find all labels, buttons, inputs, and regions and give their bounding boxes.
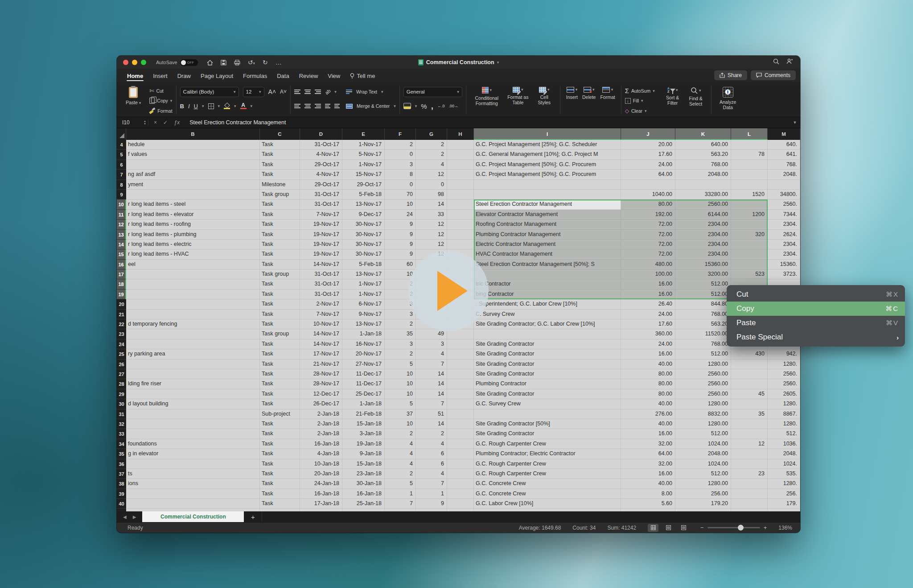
cell-I27[interactable]: Site Grading Contractor — [474, 369, 621, 379]
column-header-J[interactable]: J — [621, 128, 675, 140]
cell-L26[interactable] — [731, 359, 768, 369]
cell-D30[interactable]: 26-Dec-17 — [300, 399, 342, 409]
cell-E4[interactable]: 1-Nov-17 — [342, 140, 385, 150]
cell-M34[interactable]: 1036. — [768, 439, 800, 449]
cell-H8[interactable] — [447, 180, 474, 190]
cell-D8[interactable]: 29-Oct-17 — [300, 180, 342, 190]
cell-I11[interactable]: Elevator Contractor Management — [474, 210, 621, 220]
row-header-38[interactable]: 38 — [117, 479, 126, 489]
number-format-select[interactable]: General▾ — [403, 87, 462, 97]
cell-E33[interactable]: 3-Jan-18 — [342, 429, 385, 439]
format-cells-button[interactable]: ▾ Format — [598, 86, 617, 101]
cell-C5[interactable]: Task — [260, 150, 300, 159]
cell-F27[interactable]: 10 — [385, 369, 416, 379]
cell-J23[interactable]: 360.00 — [621, 329, 675, 339]
cell-H12[interactable] — [447, 220, 474, 229]
cell-D29[interactable]: 12-Dec-17 — [300, 389, 342, 399]
cell-G11[interactable]: 33 — [416, 210, 447, 220]
zoom-percentage[interactable]: 136% — [778, 525, 792, 531]
cell-F40[interactable]: 7 — [385, 499, 416, 509]
sort-filter-button[interactable]: AZ▾ Sort & Filter — [661, 86, 684, 106]
cell-H6[interactable] — [447, 160, 474, 170]
search-icon[interactable] — [773, 58, 779, 66]
cell-B7[interactable]: ng asf asdf — [126, 170, 260, 180]
cell-B19[interactable] — [126, 290, 260, 299]
cell-F13[interactable]: 9 — [385, 230, 416, 240]
cell-M7[interactable]: 2048. — [768, 170, 800, 180]
cell-M16[interactable]: 15360. — [768, 260, 800, 270]
column-header-H[interactable]: H — [447, 128, 474, 140]
tab-view[interactable]: View — [323, 70, 345, 82]
cell-B17[interactable] — [126, 270, 260, 279]
cell-L39[interactable] — [731, 489, 768, 499]
cell-I35[interactable]: Plumbing Contractor; Electric Contractor — [474, 449, 621, 459]
cell-D40[interactable]: 17-Jan-18 — [300, 499, 342, 509]
cell-E36[interactable]: 15-Jan-18 — [342, 459, 385, 469]
cell-G26[interactable]: 7 — [416, 359, 447, 369]
cell-F16[interactable]: 60 — [385, 260, 416, 270]
cell-F28[interactable]: 10 — [385, 379, 416, 389]
cell-H25[interactable] — [447, 349, 474, 359]
align-left-icon[interactable] — [294, 104, 300, 108]
cell-G12[interactable]: 12 — [416, 220, 447, 229]
column-header-K[interactable]: K — [675, 128, 731, 140]
tab-draw[interactable]: Draw — [173, 70, 196, 82]
cell-H32[interactable] — [447, 419, 474, 429]
cell-B11[interactable]: r long lead items - elevator — [126, 210, 260, 220]
row-header-24[interactable]: 24 — [117, 339, 126, 349]
column-header-B[interactable]: B — [126, 128, 260, 140]
row-header-23[interactable]: 23 — [117, 329, 126, 339]
row-header-27[interactable]: 27 — [117, 369, 126, 379]
cell-K6[interactable]: 768.00 — [675, 160, 731, 170]
cell-B9[interactable] — [126, 190, 260, 200]
cell-I7[interactable]: G.C. Project Management [50%]; G.C. Proc… — [474, 170, 621, 180]
cell-H31[interactable] — [447, 409, 474, 419]
cell-D24[interactable]: 14-Nov-17 — [300, 339, 342, 349]
cell-M13[interactable]: 2624. — [768, 230, 800, 240]
cell-C32[interactable]: Task — [260, 419, 300, 429]
cell-E28[interactable]: 11-Dec-17 — [342, 379, 385, 389]
cell-D15[interactable]: 19-Nov-17 — [300, 249, 342, 259]
cell-L15[interactable] — [731, 249, 768, 259]
cell-F8[interactable]: 0 — [385, 180, 416, 190]
cell-C37[interactable]: Task — [260, 469, 300, 479]
cell-B18[interactable] — [126, 279, 260, 289]
cell-C10[interactable]: Task — [260, 200, 300, 209]
cell-B23[interactable] — [126, 329, 260, 339]
cell-B25[interactable]: ry parking area — [126, 349, 260, 359]
row-header-19[interactable]: 19 — [117, 290, 126, 299]
cell-C38[interactable]: Task — [260, 479, 300, 489]
zoom-slider-knob[interactable] — [738, 525, 744, 531]
cell-C33[interactable]: Task — [260, 429, 300, 439]
cell-B20[interactable] — [126, 299, 260, 309]
cell-J8[interactable] — [621, 180, 675, 190]
cell-J10[interactable]: 80.00 — [621, 200, 675, 209]
cell-K23[interactable]: 11520.00 — [675, 329, 731, 339]
cell-J32[interactable]: 40.00 — [621, 419, 675, 429]
cell-F15[interactable]: 9 — [385, 249, 416, 259]
cell-I39[interactable]: G.C. Concrete Crew — [474, 489, 621, 499]
cell-H38[interactable] — [447, 479, 474, 489]
row-header-30[interactable]: 30 — [117, 399, 126, 409]
cell-J28[interactable]: 80.00 — [621, 379, 675, 389]
row-header-21[interactable]: 21 — [117, 310, 126, 319]
cell-K26[interactable]: 1280.00 — [675, 359, 731, 369]
print-icon[interactable] — [234, 60, 240, 65]
cell-B39[interactable] — [126, 489, 260, 499]
percent-style-button[interactable]: % — [421, 102, 427, 110]
cell-B36[interactable] — [126, 459, 260, 469]
cell-M32[interactable]: 1280. — [768, 419, 800, 429]
cell-E25[interactable]: 20-Nov-17 — [342, 349, 385, 359]
row-header-12[interactable]: 12 — [117, 220, 126, 229]
cell-K33[interactable]: 512.00 — [675, 429, 731, 439]
cell-E8[interactable]: 29-Oct-17 — [342, 180, 385, 190]
cell-D27[interactable]: 28-Nov-17 — [300, 369, 342, 379]
cell-E19[interactable]: 1-Nov-17 — [342, 290, 385, 299]
cell-B8[interactable]: yment — [126, 180, 260, 190]
cell-F21[interactable]: 3 — [385, 310, 416, 319]
formula-input[interactable]: Steel Erection Contractor Management — [185, 119, 790, 126]
cell-G36[interactable]: 6 — [416, 459, 447, 469]
cell-J5[interactable]: 17.60 — [621, 150, 675, 159]
tab-home[interactable]: Home — [122, 70, 148, 82]
cell-B10[interactable]: r long lead items - steel — [126, 200, 260, 209]
